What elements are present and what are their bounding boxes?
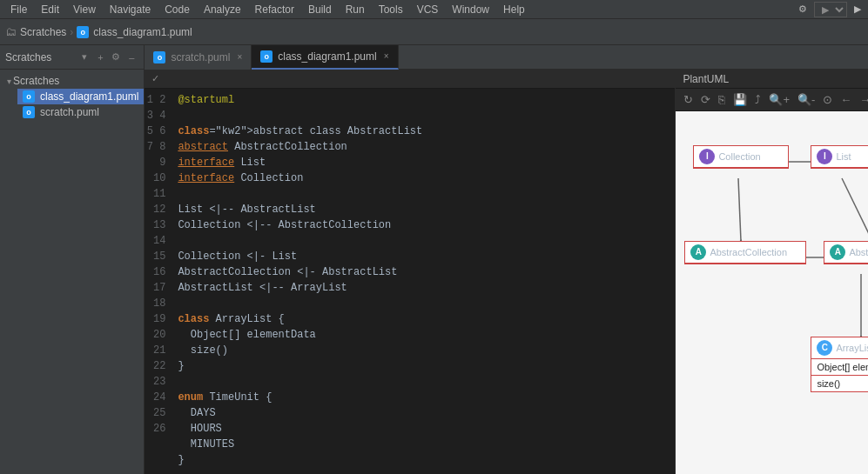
menu-refactor[interactable]: Refactor	[248, 2, 301, 17]
menu-analyze[interactable]: Analyze	[197, 2, 248, 17]
node-al-header: A AbstractList	[824, 242, 868, 264]
sidebar-collapse-icon[interactable]: –	[124, 50, 138, 64]
puml-icon-class: o	[23, 90, 35, 103]
al-type-icon: A	[830, 244, 845, 260]
tree-item-label-scratch: scratch.puml	[40, 106, 99, 118]
plantuml-diagram: I Collection I List	[676, 111, 868, 474]
editor-toolbar: ✓	[145, 70, 675, 89]
tree-children: o class_diagram1.puml o scratch.puml	[0, 89, 144, 120]
menu-run[interactable]: Run	[339, 2, 372, 17]
line-numbers: 1 2 3 4 5 6 7 8 9 10 11 12 13 14 15 16 1…	[145, 89, 171, 474]
tab-class-label: class_diagram1.puml	[278, 50, 376, 63]
arraylist-elementdata: Object[] elementData	[817, 362, 868, 372]
tab-bar: o scratch.puml × o class_diagram1.puml ×	[145, 45, 868, 70]
plantuml-header: PlantUML	[676, 70, 868, 89]
node-collection-header: I Collection	[694, 146, 788, 168]
tree-item-label-class: class_diagram1.puml	[40, 90, 138, 103]
node-arraylist-body: Object[] elementData	[811, 359, 868, 375]
toolbar-run-btn[interactable]: ▶	[851, 2, 865, 17]
breadcrumb: Scratches › o class_diagram1.puml	[20, 26, 192, 38]
refresh-btn[interactable]: ↻	[681, 92, 696, 107]
arraylist-type-icon: C	[817, 340, 832, 356]
tab-scratch[interactable]: o scratch.puml ×	[145, 45, 252, 70]
export-btn[interactable]: ⤴	[752, 92, 764, 107]
tab-class-diagram[interactable]: o class_diagram1.puml ×	[252, 45, 398, 70]
tree-item-class-diagram[interactable]: o class_diagram1.puml	[17, 89, 144, 104]
nav-back-btn[interactable]: ←	[838, 92, 854, 107]
list-type-icon: I	[817, 149, 832, 164]
file-tree: ▾ Scratches o class_diagram1.puml o scra…	[0, 70, 144, 124]
menu-tools[interactable]: Tools	[372, 2, 410, 17]
tab-class-icon: o	[260, 50, 273, 63]
tree-item-scratch[interactable]: o scratch.puml	[17, 104, 144, 120]
editor-area: o scratch.puml × o class_diagram1.puml ×…	[145, 45, 868, 474]
arraylist-size: size()	[817, 378, 868, 389]
plantuml-panel: PlantUML ↻ ⟳ ⎘ 💾 ⤴ 🔍+ 🔍- ⊙ ← → All Pages	[676, 70, 868, 474]
ac-type-icon: A	[690, 244, 706, 260]
menu-help[interactable]: Help	[496, 2, 532, 17]
breadcrumb-file[interactable]: o class_diagram1.puml	[77, 26, 192, 38]
puml-file-icon: o	[77, 26, 89, 38]
diagram-arrows	[676, 137, 868, 450]
sidebar-header: Scratches ▾ + ⚙ –	[0, 45, 144, 70]
toolbar: 🗂 Scratches › o class_diagram1.puml	[0, 19, 868, 45]
menu-vcs[interactable]: VCS	[410, 2, 446, 17]
node-abstract-collection: A AbstractCollection	[684, 241, 806, 264]
node-list: I List	[811, 145, 868, 169]
node-arraylist-methods: size()	[811, 376, 868, 391]
sidebar-dropdown-icon[interactable]: ▾	[77, 50, 91, 64]
main-layout: Scratches ▾ + ⚙ – ▾ Scratches o class_di…	[0, 45, 868, 474]
zoom-out-btn[interactable]: 🔍-	[795, 92, 818, 107]
node-ac-header: A AbstractCollection	[685, 242, 805, 264]
chevron-down-icon: ▾	[7, 77, 11, 86]
code-editor[interactable]: ✓ 1 2 3 4 5 6 7 8 9 10 11 12 13 14 15 16…	[145, 70, 676, 474]
node-abstract-list: A AbstractList	[824, 241, 868, 264]
tab-scratch-close[interactable]: ×	[237, 52, 242, 62]
sidebar-title: Scratches	[5, 51, 74, 63]
plantuml-title: PlantUML	[683, 73, 729, 85]
toolbar-settings-btn[interactable]: ⚙	[795, 2, 811, 17]
zoom-fit-btn[interactable]: ⊙	[820, 92, 835, 107]
breadcrumb-separator: ›	[70, 26, 73, 38]
code-content[interactable]: 1 2 3 4 5 6 7 8 9 10 11 12 13 14 15 16 1…	[145, 89, 675, 474]
menu-edit[interactable]: Edit	[34, 2, 66, 17]
sidebar-settings-icon[interactable]: ⚙	[109, 50, 123, 64]
toolbar-run-select[interactable]: ▶	[814, 2, 847, 17]
code-text[interactable]: @startuml class="kw2">abstract class Abs…	[171, 89, 675, 474]
zoom-in-btn[interactable]: 🔍+	[766, 92, 792, 107]
menubar: File Edit View Navigate Code Analyze Ref…	[0, 0, 868, 19]
node-arraylist-header: C ArrayList	[811, 337, 868, 359]
tab-scratch-label: scratch.puml	[171, 51, 230, 63]
menu-build[interactable]: Build	[301, 2, 339, 17]
collection-type-icon: I	[699, 149, 715, 164]
sidebar-add-icon[interactable]: +	[93, 50, 107, 64]
nav-forward-btn[interactable]: →	[857, 92, 868, 107]
menu-window[interactable]: Window	[445, 2, 496, 17]
node-list-header: I List	[811, 146, 868, 168]
svg-line-1	[738, 178, 741, 241]
puml-icon-scratch: o	[23, 106, 35, 118]
reload-btn[interactable]: ⟳	[698, 92, 713, 107]
menu-file[interactable]: File	[3, 2, 34, 17]
breadcrumb-scratches[interactable]: Scratches	[20, 26, 66, 38]
menu-view[interactable]: View	[66, 2, 103, 17]
sidebar: Scratches ▾ + ⚙ – ▾ Scratches o class_di…	[0, 45, 145, 474]
menu-navigate[interactable]: Navigate	[103, 2, 158, 17]
save-btn[interactable]: 💾	[730, 92, 750, 107]
split-view: ✓ 1 2 3 4 5 6 7 8 9 10 11 12 13 14 15 16…	[145, 70, 868, 474]
plantuml-toolbar: ↻ ⟳ ⎘ 💾 ⤴ 🔍+ 🔍- ⊙ ← → All Pages	[676, 89, 868, 111]
tree-root-scratches[interactable]: ▾ Scratches	[0, 73, 144, 89]
svg-line-2	[842, 178, 868, 241]
diagram-container: I Collection I List	[676, 137, 868, 450]
menu-code[interactable]: Code	[158, 2, 197, 17]
copy-btn[interactable]: ⎘	[716, 92, 728, 107]
tab-class-close[interactable]: ×	[384, 51, 389, 61]
node-arraylist: C ArrayList Object[] elementData size()	[811, 337, 868, 392]
tab-scratch-icon: o	[153, 51, 165, 63]
tree-root-label: Scratches	[13, 75, 59, 87]
sidebar-actions: ▾ + ⚙ –	[77, 50, 138, 64]
fold-btn[interactable]: ✓	[148, 72, 163, 85]
node-collection: I Collection	[693, 145, 789, 169]
